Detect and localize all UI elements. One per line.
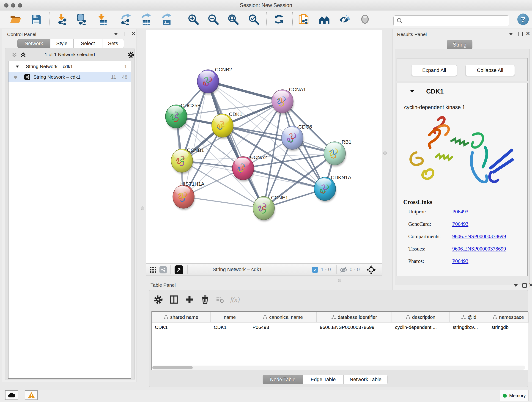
panel-menu-icon[interactable]: [509, 33, 513, 35]
collapse-all-button[interactable]: Collapse All: [465, 65, 515, 76]
hide-graphics-details-icon[interactable]: [339, 13, 351, 25]
tab-network[interactable]: Network: [17, 39, 50, 48]
table-cell[interactable]: stringdb:9...: [450, 322, 488, 332]
node-label-CDK1: CDK1: [229, 111, 242, 117]
table-cell[interactable]: stringdb: [488, 322, 529, 332]
show-columns-icon[interactable]: [169, 295, 178, 304]
collapse-entry-icon[interactable]: [410, 90, 414, 93]
tab-node-table[interactable]: Node Table: [263, 375, 303, 384]
cloud-status-button[interactable]: [5, 390, 18, 400]
crosslink-link[interactable]: P06493: [452, 221, 468, 227]
network-node-CCNA1[interactable]: [272, 89, 294, 115]
network-graph[interactable]: CCNB2CCNA1CDC25BCDK1CDC6RB1CCNB1CCNA2CDK…: [146, 30, 382, 263]
function-builder-icon[interactable]: f(x): [230, 296, 240, 303]
column-header-namespace[interactable]: namespace: [488, 312, 529, 322]
network-canvas[interactable]: CCNB2CCNA1CDC25BCDK1CDC6RB1CCNB1CCNA2CDK…: [146, 30, 382, 264]
network-node-RB1[interactable]: [324, 142, 346, 167]
table-horizontal-scrollbar[interactable]: [152, 366, 525, 370]
scrollbar-thumb[interactable]: [152, 366, 193, 369]
zoom-fit-icon[interactable]: [227, 13, 239, 25]
expander-icon[interactable]: [16, 65, 19, 68]
export-network-icon[interactable]: [120, 13, 132, 25]
network-edge-CCNB2-HIST1H1A[interactable]: [184, 81, 208, 197]
column-header-shared-name[interactable]: shared name: [152, 312, 210, 322]
network-node-CDC6[interactable]: [282, 126, 304, 151]
fit-content-crosshair-icon[interactable]: [367, 265, 376, 274]
panel-menu-icon[interactable]: [114, 33, 118, 35]
import-network-file-icon[interactable]: [56, 13, 68, 25]
grid-view-icon[interactable]: [150, 267, 156, 273]
panel-menu-icon[interactable]: [514, 284, 518, 287]
network-row[interactable]: String Network – cdk1 11 48: [8, 72, 131, 82]
panel-close-icon[interactable]: ✕: [529, 283, 532, 288]
delete-table-icon[interactable]: [216, 296, 224, 303]
gear-icon[interactable]: [127, 51, 134, 58]
search-input[interactable]: [405, 18, 507, 24]
network-node-CCNA2[interactable]: [232, 157, 254, 182]
column-header-name[interactable]: name: [210, 312, 249, 322]
selected-checkbox-icon[interactable]: [312, 267, 318, 273]
bottom-splitter-handle[interactable]: [338, 279, 341, 282]
network-node-HIST1H1A[interactable]: [173, 185, 195, 210]
column-header-database-identifier[interactable]: database identifier: [317, 312, 392, 322]
crosslink-link[interactable]: P06493: [452, 258, 468, 264]
gene-entry-header[interactable]: CDK1: [397, 83, 527, 101]
apply-layout-refresh-icon[interactable]: [273, 13, 285, 25]
import-network-database-icon[interactable]: [76, 13, 88, 25]
tab-string[interactable]: String: [447, 40, 472, 50]
panel-close-icon[interactable]: ✕: [131, 31, 135, 36]
network-edge-CDK1-RB1[interactable]: [222, 126, 335, 153]
column-header--id[interactable]: @id: [450, 312, 488, 322]
crosslink-link[interactable]: 9606.ENSP00000378699: [452, 234, 506, 240]
duplicate-network-icon[interactable]: [298, 13, 310, 25]
table-cell[interactable]: CDK1: [210, 322, 249, 332]
column-header-description[interactable]: description: [392, 312, 450, 322]
network-node-CCNB2[interactable]: [197, 70, 219, 95]
title-bar: Session: New Session: [0, 0, 532, 11]
expand-all-button[interactable]: Expand All: [411, 65, 457, 76]
import-table-icon[interactable]: [96, 13, 108, 25]
birdseye-houses-icon[interactable]: [318, 13, 330, 25]
hidden-eye-slash-icon[interactable]: [340, 267, 347, 273]
warning-status-button[interactable]: [25, 390, 38, 400]
add-column-plus-icon[interactable]: [185, 295, 194, 304]
tab-select[interactable]: Select: [74, 39, 102, 48]
open-session-icon[interactable]: [10, 13, 22, 25]
memory-button[interactable]: Memory: [500, 390, 529, 401]
tab-network-table[interactable]: Network Table: [343, 375, 388, 384]
tab-style[interactable]: Style: [50, 39, 74, 48]
crosslink-link[interactable]: P06493: [452, 209, 468, 215]
left-splitter-handle[interactable]: [141, 206, 144, 210]
network-edge-HIST1H1A-CCNE1[interactable]: [184, 197, 264, 208]
table-cell[interactable]: cyclin-dependent ...: [392, 322, 450, 332]
zoom-out-icon[interactable]: [207, 13, 219, 25]
zoom-in-icon[interactable]: [187, 13, 199, 25]
save-session-icon[interactable]: [30, 13, 42, 25]
tab-sets[interactable]: Sets: [102, 39, 124, 48]
help-icon[interactable]: ?: [517, 13, 529, 25]
delete-column-trash-icon[interactable]: [201, 295, 210, 304]
table-settings-gear-icon[interactable]: [154, 295, 163, 304]
network-node-CDKN1A[interactable]: [314, 177, 336, 202]
network-node-CDK1[interactable]: [212, 114, 234, 139]
string-view-icon[interactable]: [159, 266, 167, 274]
panel-close-icon[interactable]: ✕: [526, 31, 530, 36]
table-cell[interactable]: CDK1: [152, 322, 210, 332]
panel-float-icon[interactable]: [124, 32, 128, 36]
export-table-icon[interactable]: [140, 13, 152, 25]
eye-icon[interactable]: [359, 13, 371, 25]
panel-float-icon[interactable]: [519, 32, 523, 36]
zoom-selected-icon[interactable]: [248, 13, 260, 25]
panel-float-icon[interactable]: [522, 283, 527, 288]
open-in-window-icon[interactable]: [175, 265, 183, 274]
table-cell[interactable]: 9606.ENSP00000378699: [317, 322, 392, 332]
column-header-canonical-name[interactable]: canonical name: [249, 312, 317, 322]
tab-edge-table[interactable]: Edge Table: [303, 375, 343, 384]
export-image-icon[interactable]: [161, 13, 172, 25]
right-splitter-handle[interactable]: [383, 152, 387, 155]
crosslink-link[interactable]: 9606.ENSP00000378699: [452, 246, 506, 252]
network-collection-row[interactable]: String Network – cdk1 1: [8, 61, 131, 72]
table-row[interactable]: CDK1CDK1P064939606.ENSP00000378699cyclin…: [152, 322, 529, 332]
table-cell[interactable]: P06493: [249, 322, 317, 332]
network-node-CDC25B[interactable]: [165, 105, 187, 130]
